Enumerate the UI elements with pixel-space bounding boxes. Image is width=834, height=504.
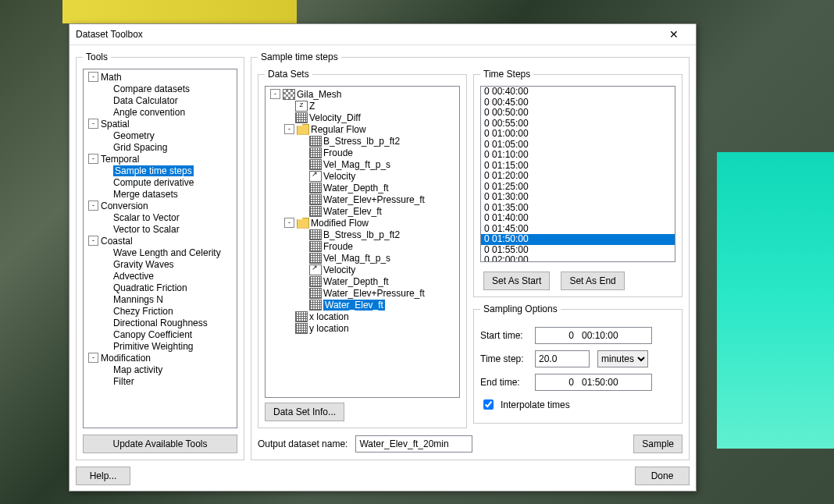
done-button[interactable]: Done bbox=[635, 467, 690, 485]
time-item[interactable]: 0 00:50:00 bbox=[481, 108, 675, 119]
tree-item[interactable]: Primitive Weighting bbox=[85, 340, 235, 352]
tree-item[interactable]: Water_Elev_ft bbox=[267, 299, 458, 311]
set-as-end-button[interactable]: Set As End bbox=[561, 272, 624, 290]
tree-item[interactable]: Filter bbox=[85, 375, 235, 387]
tree-item[interactable]: Data Calculator bbox=[85, 94, 235, 106]
tree-label: Velocity_Diff bbox=[309, 112, 361, 123]
expand-icon[interactable]: - bbox=[88, 72, 98, 82]
time-item[interactable]: 0 01:05:00 bbox=[481, 140, 675, 151]
time-item[interactable]: 0 01:10:00 bbox=[481, 150, 675, 161]
tools-fieldset: Tools -MathCompare datasetsData Calculat… bbox=[76, 51, 244, 460]
tree-item[interactable]: Angle convention bbox=[85, 106, 235, 118]
tree-label: Modified Flow bbox=[311, 218, 369, 229]
tree-item[interactable]: Compare datasets bbox=[85, 83, 235, 94]
tree-item[interactable]: Water_Elev+Pressure_ft bbox=[267, 287, 458, 299]
expand-icon[interactable]: - bbox=[88, 236, 98, 246]
tree-item[interactable]: Froude bbox=[267, 147, 458, 158]
grid-icon bbox=[309, 253, 322, 264]
tree-item[interactable]: Chezy Friction bbox=[85, 305, 235, 317]
help-button[interactable]: Help... bbox=[76, 467, 130, 485]
expand-icon[interactable]: - bbox=[284, 218, 294, 228]
expand-icon[interactable]: - bbox=[284, 124, 294, 134]
tree-item[interactable]: B_Stress_lb_p_ft2 bbox=[267, 135, 458, 147]
expand-icon[interactable]: - bbox=[270, 89, 280, 99]
start-time-input[interactable] bbox=[535, 327, 652, 344]
tree-item[interactable]: Water_Elev_ft bbox=[267, 205, 458, 217]
time-item[interactable]: 0 01:45:00 bbox=[481, 224, 675, 235]
time-item[interactable]: 0 01:15:00 bbox=[481, 161, 675, 172]
timesteps-list[interactable]: 0 00:40:000 00:45:000 00:50:000 00:55:00… bbox=[480, 86, 675, 262]
time-item[interactable]: 0 01:00:00 bbox=[481, 129, 675, 140]
tree-item[interactable]: Sample time steps bbox=[85, 165, 235, 176]
tree-item[interactable]: Froude bbox=[267, 240, 458, 252]
tree-item[interactable]: Gravity Waves bbox=[85, 258, 235, 270]
time-step-input[interactable] bbox=[535, 350, 590, 367]
tools-tree[interactable]: -MathCompare datasetsData CalculatorAngl… bbox=[83, 69, 237, 428]
tree-item[interactable]: -Conversion bbox=[85, 200, 235, 211]
tree-item[interactable]: Water_Depth_ft bbox=[267, 182, 458, 193]
tree-item[interactable]: Advective bbox=[85, 270, 235, 282]
tree-item[interactable]: ZZ bbox=[267, 100, 458, 112]
titlebar[interactable]: Dataset Toolbox ✕ bbox=[70, 24, 696, 45]
tree-item[interactable]: Directional Roughness bbox=[85, 317, 235, 328]
tree-item[interactable]: x location bbox=[267, 311, 458, 322]
time-item[interactable]: 0 01:20:00 bbox=[481, 171, 675, 182]
tree-item[interactable]: -Regular Flow bbox=[267, 123, 458, 135]
tree-item[interactable]: -Modified Flow bbox=[267, 217, 458, 229]
interpolate-checkbox[interactable] bbox=[483, 399, 494, 410]
tree-item[interactable]: Velocity bbox=[267, 264, 458, 275]
tree-item[interactable]: Velocity_Diff bbox=[267, 112, 458, 123]
time-item[interactable]: 0 00:55:00 bbox=[481, 119, 675, 130]
time-item[interactable]: 0 00:40:00 bbox=[481, 87, 675, 98]
update-tools-button[interactable]: Update Available Tools bbox=[83, 435, 237, 453]
time-item[interactable]: 0 00:45:00 bbox=[481, 98, 675, 108]
tree-item[interactable]: Grid Spacing bbox=[85, 141, 235, 153]
tree-item[interactable]: -Spatial bbox=[85, 118, 235, 130]
close-icon[interactable]: ✕ bbox=[658, 28, 690, 41]
tree-item[interactable]: -Gila_Mesh bbox=[267, 88, 458, 100]
tree-item[interactable]: -Coastal bbox=[85, 235, 235, 247]
tree-item[interactable]: Merge datasets bbox=[85, 188, 235, 200]
tree-item[interactable]: Canopy Coefficient bbox=[85, 328, 235, 340]
time-item[interactable]: 0 02:00:00 bbox=[481, 255, 675, 262]
tree-item[interactable]: Compute derivative bbox=[85, 176, 235, 188]
tree-item[interactable]: -Modification bbox=[85, 352, 235, 364]
interpolate-checkbox-row[interactable]: Interpolate times bbox=[480, 397, 675, 412]
tree-label: Mannings N bbox=[113, 294, 163, 305]
output-name-input[interactable] bbox=[355, 435, 472, 453]
tree-item[interactable]: -Temporal bbox=[85, 153, 235, 165]
tree-item[interactable]: Water_Elev+Pressure_ft bbox=[267, 193, 458, 205]
tree-item[interactable]: Water_Depth_ft bbox=[267, 275, 458, 287]
time-item[interactable]: 0 01:40:00 bbox=[481, 213, 675, 224]
time-step-unit-select[interactable]: minutes bbox=[597, 350, 648, 367]
tree-item[interactable]: B_Stress_lb_p_ft2 bbox=[267, 229, 458, 240]
tree-item[interactable]: Vel_Mag_ft_p_s bbox=[267, 252, 458, 264]
tree-item[interactable]: Vel_Mag_ft_p_s bbox=[267, 158, 458, 170]
timesteps-legend: Time Steps bbox=[480, 69, 533, 80]
sample-button[interactable]: Sample bbox=[633, 435, 683, 453]
expand-icon[interactable]: - bbox=[88, 201, 98, 211]
tree-item[interactable]: Wave Length and Celerity bbox=[85, 247, 235, 258]
tree-item[interactable]: Geometry bbox=[85, 130, 235, 141]
tree-item[interactable]: Mannings N bbox=[85, 293, 235, 305]
tree-item[interactable]: Vector to Scalar bbox=[85, 223, 235, 235]
expand-icon[interactable]: - bbox=[88, 353, 98, 363]
time-item[interactable]: 0 01:35:00 bbox=[481, 203, 675, 214]
expand-icon[interactable]: - bbox=[88, 119, 98, 129]
time-item[interactable]: 0 01:25:00 bbox=[481, 182, 675, 193]
tree-item[interactable]: Velocity bbox=[267, 170, 458, 182]
time-item[interactable]: 0 01:50:00 bbox=[481, 234, 675, 245]
expand-icon[interactable]: - bbox=[88, 154, 98, 164]
tree-item[interactable]: Map activity bbox=[85, 364, 235, 375]
tree-item[interactable]: Scalar to Vector bbox=[85, 211, 235, 223]
tree-item[interactable]: -Math bbox=[85, 71, 235, 83]
sample-fieldset: Sample time steps Data Sets -Gila_MeshZZ… bbox=[251, 51, 690, 460]
time-item[interactable]: 0 01:30:00 bbox=[481, 192, 675, 203]
datasets-tree[interactable]: -Gila_MeshZZVelocity_Diff-Regular FlowB_… bbox=[265, 86, 460, 398]
tree-item[interactable]: Quadratic Friction bbox=[85, 282, 235, 293]
time-item[interactable]: 0 01:55:00 bbox=[481, 245, 675, 256]
tree-item[interactable]: y location bbox=[267, 322, 458, 334]
set-as-start-button[interactable]: Set As Start bbox=[483, 272, 550, 290]
end-time-input[interactable] bbox=[535, 374, 652, 391]
dataset-info-button[interactable]: Data Set Info... bbox=[265, 403, 344, 421]
